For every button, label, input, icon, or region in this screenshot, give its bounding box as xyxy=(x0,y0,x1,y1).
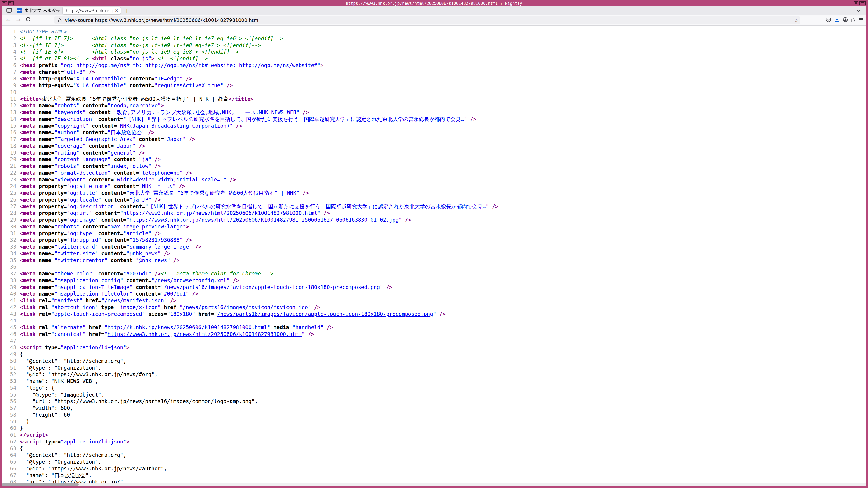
list-all-tabs-button[interactable] xyxy=(856,8,861,13)
source-token: <link xyxy=(20,304,35,310)
source-token: "rating" xyxy=(54,150,79,156)
line-number: 42 xyxy=(2,304,20,311)
line-code: "@type": "Organization", xyxy=(20,365,101,371)
source-token: "application/ld+json" xyxy=(61,439,126,445)
horizontal-scrollbar[interactable] xyxy=(2,483,866,486)
bookmark-star-icon[interactable]: ☆ xyxy=(792,18,800,23)
source-token: content= xyxy=(123,278,151,283)
save-to-pocket-button[interactable] xyxy=(825,17,832,24)
source-token: <meta xyxy=(20,69,35,75)
line-number: 29 xyxy=(2,217,20,223)
source-token: http-equiv= xyxy=(35,76,73,82)
url-bar[interactable]: view-source:https://www3.nhk.or.jp/news/… xyxy=(54,17,800,24)
line-code: <link rel="apple-touch-icon-precomposed"… xyxy=(20,311,445,318)
source-line: 30<meta name="robots" content="max-image… xyxy=(2,223,866,230)
source-token: <link xyxy=(20,297,35,303)
window-minimize-button[interactable] xyxy=(854,1,858,5)
source-link[interactable]: /news/parts16/images/favicon/apple-touch… xyxy=(217,311,433,317)
source-token: "Japan" xyxy=(114,143,135,149)
line-code: <link rel="manifest" href="/news/manifes… xyxy=(20,297,176,304)
source-token: <!--[if IE 8]> <html class="no-js lt-ie9… xyxy=(20,49,239,55)
url-input[interactable]: view-source:https://www3.nhk.or.jp/news/… xyxy=(65,18,792,23)
source-token: type= xyxy=(42,439,61,445)
source-token: /> xyxy=(176,183,185,189)
source-token: "@type": "ImageObject", xyxy=(20,392,104,398)
line-code: "@context": "http://schema.org", xyxy=(20,358,126,365)
source-token: content= xyxy=(86,177,114,183)
source-token: <meta xyxy=(20,143,35,149)
tab-title: 東北大学 冨永総長 ”5年で優 xyxy=(24,8,62,13)
source-token: /> xyxy=(402,217,411,223)
source-token: /> xyxy=(300,109,309,115)
source-token: content= xyxy=(133,291,161,297)
line-code: <meta property="og:type" content="articl… xyxy=(20,230,161,237)
source-token: "msapplication-config" xyxy=(54,278,123,283)
tab-nhk-article[interactable]: NHK 東北大学 冨永総長 ”5年で優 ✕ xyxy=(14,7,69,14)
source-link[interactable]: http://k.nhk.jp/knews/20250606/k10014827… xyxy=(107,324,267,330)
source-line: 37<meta name="theme-color" content="#007… xyxy=(2,270,866,277)
line-number: 44 xyxy=(2,318,20,324)
source-line: 59 } xyxy=(2,418,866,425)
source-token: "copyright" xyxy=(54,123,89,129)
source-token: content= xyxy=(79,129,107,135)
line-code: </script> xyxy=(20,432,48,438)
source-token: </title> xyxy=(228,96,254,102)
source-token: /> xyxy=(151,163,161,169)
source-token: "X-UA-Compatible" xyxy=(73,76,126,82)
source-token: "canonical" xyxy=(51,331,86,337)
line-code: "@type": "Organization", xyxy=(20,459,101,465)
line-number: 7 xyxy=(2,69,20,76)
source-token: /> xyxy=(305,331,314,337)
line-number: 9 xyxy=(2,82,20,89)
source-token: name= xyxy=(35,244,54,250)
source-token: /> xyxy=(183,170,192,176)
source-token: href= xyxy=(161,304,180,310)
firefox-view-icon xyxy=(6,7,12,14)
menu-button[interactable] xyxy=(858,17,865,24)
source-link[interactable]: /news/parts16/images/favicon/favicon.ico xyxy=(183,304,308,310)
source-link[interactable]: /news/manifest.json xyxy=(104,297,164,303)
source-token: name= xyxy=(35,278,54,283)
firefox-view-button[interactable] xyxy=(5,7,13,14)
tab-close-icon[interactable]: ✕ xyxy=(114,8,119,13)
source-token: "fb:app_id" xyxy=(67,237,101,243)
reload-button[interactable] xyxy=(24,17,32,24)
scrollbar-thumb[interactable] xyxy=(2,484,79,486)
new-tab-button[interactable]: + xyxy=(123,7,130,14)
source-token: "twitter:site" xyxy=(54,251,98,256)
window-button-left-1[interactable] xyxy=(2,1,7,5)
source-line: 60} xyxy=(2,425,866,432)
source-token: " xyxy=(214,311,217,317)
line-code: <meta name="theme-color" content="#0076d… xyxy=(20,270,274,277)
source-token: /> xyxy=(151,156,161,162)
line-number: 35 xyxy=(2,257,20,264)
line-number: 55 xyxy=(2,392,20,398)
source-token: "noodp,noarchive" xyxy=(107,103,161,108)
extensions-button[interactable] xyxy=(850,17,857,24)
source-line: 61</script> xyxy=(2,432,866,438)
source-token: "width=device-width,initial-scale=1" xyxy=(114,177,226,183)
forward-button[interactable]: → xyxy=(14,17,22,24)
source-line: 2<!--[if lt IE 7]> <html class="no-js lt… xyxy=(2,35,866,42)
source-token: "height": 60 xyxy=(20,412,70,418)
line-code: "@id": "https://www3.nhk.or.jp/news/#org… xyxy=(20,371,158,378)
line-code: "logo": { xyxy=(20,385,54,392)
window-maximize-button[interactable] xyxy=(860,1,866,5)
line-number: 16 xyxy=(2,129,20,136)
source-token: "@context": "http://schema.org", xyxy=(20,452,126,458)
line-number: 52 xyxy=(2,371,20,378)
source-token: "msapplication-TileColor" xyxy=(54,291,132,297)
source-token: name= xyxy=(35,103,54,108)
source-token: name= xyxy=(35,177,54,183)
back-button[interactable]: ← xyxy=(4,17,12,24)
window-button-left-2[interactable] xyxy=(8,1,13,5)
downloads-button[interactable] xyxy=(834,17,840,24)
line-number: 54 xyxy=(2,385,20,392)
source-token: "description" xyxy=(54,116,95,122)
tab-view-source-active[interactable]: https://www3.nhk.or.jp/news ✕ xyxy=(63,7,121,14)
account-button[interactable] xyxy=(842,17,849,24)
source-token: "157582317936888" xyxy=(129,237,183,243)
source-token: name= xyxy=(35,284,54,290)
source-link[interactable]: https://www3.nhk.or.jp/news/html/2025060… xyxy=(107,331,302,337)
source-token: /> xyxy=(467,116,476,122)
